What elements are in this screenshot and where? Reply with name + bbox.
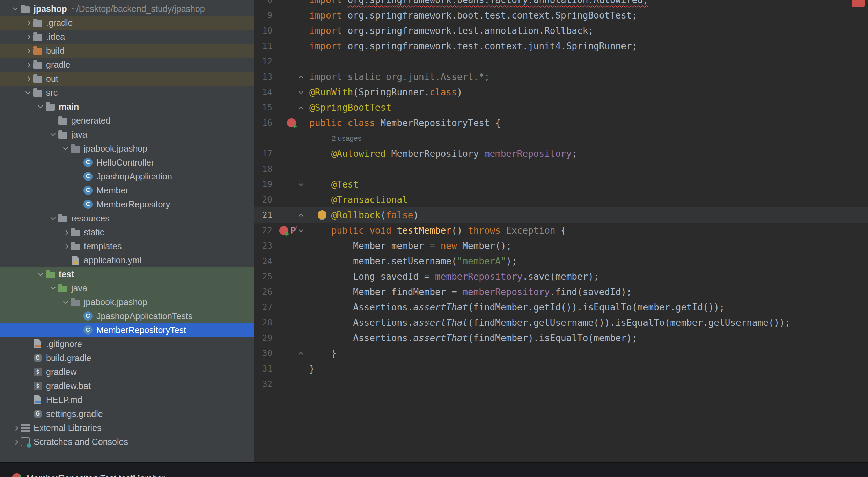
- chevron-down-icon[interactable]: [36, 267, 45, 281]
- line-number[interactable]: 18: [254, 164, 272, 174]
- tree-item-build[interactable]: build: [0, 44, 254, 58]
- chevron-right-icon[interactable]: [24, 44, 33, 58]
- tree-item-main[interactable]: main: [0, 100, 254, 113]
- tree-item-jpashop[interactable]: jpashop~/Desktop/backend_study/jpashop: [0, 2, 254, 16]
- chevron-right-icon[interactable]: [24, 30, 33, 44]
- line-number[interactable]: 17: [254, 149, 272, 159]
- line-number[interactable]: 28: [254, 318, 272, 328]
- code-line-21[interactable]: 21 @Rollback(false): [254, 207, 868, 223]
- code-line-11[interactable]: 11import org.springframework.test.contex…: [254, 38, 868, 54]
- code-line-12[interactable]: 12: [254, 54, 868, 69]
- tree-item-out[interactable]: out: [0, 72, 254, 86]
- line-number[interactable]: 8: [254, 0, 272, 5]
- line-number[interactable]: 26: [254, 287, 272, 297]
- tree-item-build-gradle[interactable]: Gbuild.gradle: [0, 351, 254, 365]
- line-number[interactable]: 15: [254, 103, 272, 112]
- code-line-10[interactable]: 10import org.springframework.test.annota…: [254, 23, 868, 38]
- tree-item-gradlew-bat[interactable]: $gradlew.bat: [0, 379, 254, 393]
- fold-down-icon[interactable]: [297, 85, 306, 100]
- chevron-right-icon[interactable]: [61, 225, 71, 239]
- tree-item-gradle[interactable]: gradle: [0, 58, 254, 72]
- chevron-down-icon[interactable]: [36, 100, 45, 113]
- tree-item-jpashopapplicationtests[interactable]: CJpashopApplicationTests: [0, 309, 254, 323]
- chevron-right-icon[interactable]: [24, 72, 33, 86]
- tree-item-scratches-and-consoles[interactable]: Scratches and Consoles: [0, 435, 254, 449]
- line-number[interactable]: 19: [254, 179, 272, 189]
- tree-item--gitignore[interactable]: .gitignore: [0, 337, 254, 351]
- line-number[interactable]: 24: [254, 256, 272, 266]
- tree-item-gradlew[interactable]: $gradlew: [0, 365, 254, 379]
- code-line-24[interactable]: 24 member.setUsername("memberA");: [254, 254, 868, 269]
- tree-item-jpabook-jpashop[interactable]: jpabook.jpashop: [0, 295, 254, 309]
- chevron-down-icon[interactable]: [61, 295, 71, 309]
- code-line-14[interactable]: 14@RunWith(SpringRunner.class): [254, 85, 868, 100]
- code-line-16[interactable]: 16public class MemberRepositoryTest {: [254, 115, 868, 131]
- run-test-icon[interactable]: [279, 226, 288, 235]
- line-number[interactable]: 29: [254, 333, 272, 343]
- jpa-config-icon[interactable]: P: [290, 226, 296, 235]
- tree-item-resources[interactable]: resources: [0, 211, 254, 225]
- stop-button-fragment[interactable]: [852, 0, 865, 7]
- line-number[interactable]: 22: [254, 226, 272, 235]
- code-line-9[interactable]: 9import org.springframework.boot.test.co…: [254, 8, 868, 23]
- code-line-32[interactable]: 32: [254, 376, 868, 392]
- line-number[interactable]: 9: [254, 10, 272, 20]
- tree-item-hellocontroller[interactable]: CHelloController: [0, 155, 254, 169]
- editor-panel[interactable]: 8import org.springframework.beans.factor…: [254, 0, 868, 462]
- line-number[interactable]: 27: [254, 302, 272, 312]
- fold-down-icon[interactable]: [297, 223, 306, 238]
- tree-item-help-md[interactable]: HELP.md: [0, 393, 254, 407]
- fold-down-icon[interactable]: [297, 177, 306, 192]
- line-number[interactable]: 23: [254, 241, 272, 251]
- code-line-25[interactable]: 25 Long savedId = memberRepository.save(…: [254, 269, 868, 284]
- line-number[interactable]: 31: [254, 364, 272, 374]
- tree-item-settings-gradle[interactable]: Gsettings.gradle: [0, 407, 254, 421]
- code-line-8[interactable]: 8import org.springframework.beans.factor…: [254, 0, 868, 8]
- tree-item-memberrepository[interactable]: CMemberRepository: [0, 197, 254, 211]
- line-number[interactable]: 12: [254, 57, 272, 66]
- tree-item-templates[interactable]: templates: [0, 239, 254, 253]
- tree-item-member[interactable]: CMember: [0, 183, 254, 197]
- line-number[interactable]: 32: [254, 379, 272, 389]
- tree-item-generated[interactable]: generated: [0, 113, 254, 127]
- line-number[interactable]: 10: [254, 26, 272, 36]
- code-line-28[interactable]: 28 Assertions.assertThat(findMember.getU…: [254, 315, 868, 330]
- chevron-right-icon[interactable]: [24, 58, 33, 72]
- code-line-19[interactable]: 19 @Test: [254, 177, 868, 192]
- chevron-right-icon[interactable]: [11, 421, 20, 435]
- tree-item-memberrepositorytest[interactable]: CMemberRepositoryTest: [0, 323, 254, 337]
- tree-item-application-yml[interactable]: application.yml: [0, 253, 254, 267]
- code-line-31[interactable]: 31}: [254, 361, 868, 376]
- tree-item-java[interactable]: java: [0, 127, 254, 141]
- line-number[interactable]: 11: [254, 41, 272, 51]
- tree-item-src[interactable]: src: [0, 86, 254, 100]
- fold-up-icon[interactable]: [297, 100, 306, 115]
- code-line-27[interactable]: 27 Assertions.assertThat(findMember.getI…: [254, 300, 868, 315]
- tree-item-static[interactable]: static: [0, 225, 254, 239]
- line-number[interactable]: 16: [254, 118, 272, 128]
- line-number[interactable]: 25: [254, 272, 272, 281]
- tree-item-java[interactable]: java: [0, 281, 254, 295]
- fold-up-icon[interactable]: [297, 346, 306, 361]
- chevron-down-icon[interactable]: [11, 2, 20, 16]
- line-number[interactable]: 21: [254, 210, 272, 220]
- tree-item-jpabook-jpashop[interactable]: jpabook.jpashop: [0, 141, 254, 155]
- tree-item-test[interactable]: test: [0, 267, 254, 281]
- code-line-30[interactable]: 30 }: [254, 346, 868, 361]
- chevron-down-icon[interactable]: [61, 141, 71, 155]
- code-line-22[interactable]: 22P public void testMember() throws Exce…: [254, 223, 868, 238]
- fold-up-icon[interactable]: [297, 207, 306, 223]
- line-number[interactable]: 14: [254, 87, 272, 97]
- code-line-23[interactable]: 23 Member member = new Member();: [254, 238, 868, 254]
- chevron-down-icon[interactable]: [49, 127, 58, 141]
- chevron-right-icon[interactable]: [24, 16, 33, 30]
- code-line-26[interactable]: 26 Member findMember = memberRepository.…: [254, 284, 868, 300]
- chevron-down-icon[interactable]: [49, 211, 58, 225]
- line-number[interactable]: 20: [254, 195, 272, 205]
- chevron-right-icon[interactable]: [11, 435, 20, 449]
- code-line-18[interactable]: 18: [254, 161, 868, 177]
- chevron-down-icon[interactable]: [49, 281, 58, 295]
- lightbulb-icon[interactable]: [318, 210, 326, 219]
- code-line-17[interactable]: 17 @Autowired MemberRepository memberRep…: [254, 146, 868, 161]
- code-line-13[interactable]: 13import static org.junit.Assert.*;: [254, 69, 868, 85]
